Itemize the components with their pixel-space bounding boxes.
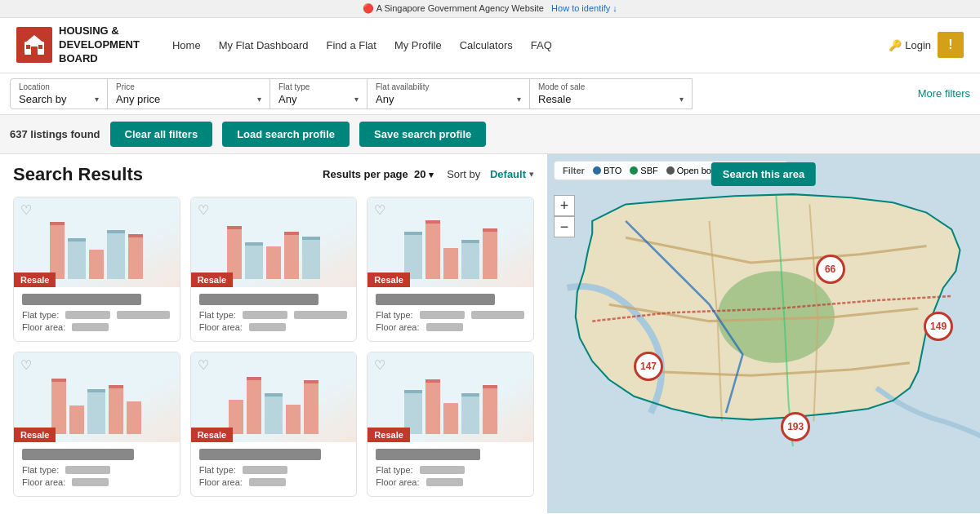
svg-rect-3 <box>26 45 30 49</box>
svg-rect-2 <box>31 47 38 55</box>
map-marker-147[interactable]: 147 <box>634 352 663 381</box>
filter-mode-value: Resale <box>538 93 571 105</box>
results-title: Search Results <box>13 164 143 185</box>
nav-dashboard[interactable]: My Flat Dashboard <box>219 39 309 51</box>
sbf-dot <box>630 166 638 175</box>
flat-illustration <box>191 361 357 434</box>
floor-area-value <box>426 478 463 486</box>
filter-availability-label: Flat availability <box>376 82 521 91</box>
flat-type-value <box>243 311 287 319</box>
flat-type-label: Flat type: <box>376 310 412 320</box>
gov-identify-link[interactable]: How to identify ↓ <box>551 3 617 13</box>
svg-marker-1 <box>24 35 44 43</box>
logo[interactable]: HOUSING & DEVELOPMENT BOARD <box>16 24 140 66</box>
filter-flat-type-label: Flat type <box>278 82 359 91</box>
card-image: ♡ Resale <box>14 352 180 442</box>
listing-card[interactable]: ♡ Resale Flat type: <box>13 352 180 497</box>
flat-type-value <box>65 466 110 474</box>
search-area-button[interactable]: Search this area <box>711 162 816 186</box>
floor-area-value <box>249 478 286 486</box>
sort-by-control[interactable]: Sort by Default ▾ <box>447 168 534 180</box>
favorite-icon[interactable]: ♡ <box>20 202 32 218</box>
cards-grid: ♡ Resale Flat type: <box>13 197 534 497</box>
resale-badge: Resale <box>368 428 409 442</box>
resale-badge: Resale <box>368 273 409 287</box>
floor-area-label: Floor area: <box>376 322 419 332</box>
main-content: Search Results Results per page 20 ▾ Sor… <box>0 154 980 513</box>
map-panel[interactable]: Filter BTO SBF Open booking Resale + − <box>547 154 980 513</box>
favorite-icon[interactable]: ♡ <box>198 357 209 373</box>
flat-illustration <box>368 361 533 434</box>
zoom-in-button[interactable]: + <box>554 195 575 216</box>
listing-card[interactable]: ♡ Resale Flat type: <box>367 197 534 342</box>
alert-button[interactable]: ! <box>938 32 964 58</box>
nav-calculators[interactable]: Calculators <box>460 39 513 51</box>
flat-illustration <box>368 206 533 279</box>
card-name-placeholder <box>376 449 480 460</box>
card-name-placeholder <box>22 294 141 305</box>
filter-flat-type[interactable]: Flat type Any ▾ <box>270 78 368 109</box>
nav-faq[interactable]: FAQ <box>531 39 552 51</box>
filter-price[interactable]: Price Any price ▾ <box>107 78 270 109</box>
gov-banner: 🔴 A Singapore Government Agency Website … <box>0 0 980 18</box>
listings-count: 637 listings found <box>10 128 100 140</box>
login-button[interactable]: 🔑 Login <box>889 39 931 51</box>
flat-type-label: Flat type: <box>22 310 59 320</box>
filter-availability[interactable]: Flat availability Any ▾ <box>367 78 530 109</box>
map-marker-66[interactable]: 66 <box>816 255 845 284</box>
nav-profile[interactable]: My Profile <box>394 39 442 51</box>
card-name-placeholder <box>199 449 322 460</box>
action-bar: 637 listings found Clear all filters Loa… <box>0 115 980 154</box>
filter-location-value: Search by <box>19 93 67 105</box>
filter-location-label: Location <box>19 82 99 91</box>
card-image: ♡ Resale <box>368 352 533 442</box>
legend-bto: BTO <box>593 166 621 175</box>
card-info: Flat type: Floor area: <box>14 442 180 496</box>
clear-filters-button[interactable]: Clear all filters <box>110 122 213 147</box>
listing-card[interactable]: ♡ Resale Flat type: <box>190 352 358 497</box>
floor-area-label: Floor area: <box>22 322 65 332</box>
flat-illustration <box>14 361 180 434</box>
favorite-icon[interactable]: ♡ <box>374 357 385 373</box>
listing-card[interactable]: ♡ Resale Flat type: <box>190 197 358 342</box>
logo-icon <box>16 27 52 63</box>
card-info: Flat type: Floor area: <box>191 442 357 496</box>
filter-mode[interactable]: Mode of sale Resale ▾ <box>529 78 693 109</box>
mode-chevron-icon: ▾ <box>679 95 684 104</box>
login-icon: 🔑 <box>889 39 902 51</box>
nav-home[interactable]: Home <box>172 39 201 51</box>
flat-illustration <box>191 206 357 279</box>
results-controls: Results per page 20 ▾ Sort by Default ▾ <box>323 168 534 180</box>
flat-type-label: Flat type: <box>199 465 236 475</box>
floor-area-label: Floor area: <box>22 477 65 487</box>
open-dot <box>666 166 675 175</box>
favorite-icon[interactable]: ♡ <box>374 202 385 218</box>
card-name-placeholder <box>22 449 134 460</box>
per-page-control[interactable]: Results per page 20 ▾ <box>323 168 434 180</box>
card-info: Flat type: Floor area: <box>191 287 357 341</box>
results-header: Search Results Results per page 20 ▾ Sor… <box>13 164 534 185</box>
zoom-out-button[interactable]: − <box>554 216 575 237</box>
filter-mode-label: Mode of sale <box>538 82 684 91</box>
filter-flat-type-value: Any <box>278 93 296 105</box>
load-profile-button[interactable]: Load search profile <box>222 122 350 147</box>
resale-badge: Resale <box>191 273 233 287</box>
more-filters-link[interactable]: More filters <box>902 87 970 100</box>
map-svg <box>547 154 980 513</box>
sbf-label: SBF <box>640 166 657 175</box>
flat-type-label: Flat type: <box>22 465 59 475</box>
floor-area-value <box>72 478 109 486</box>
listing-card[interactable]: ♡ Resale Flat type: <box>367 352 534 497</box>
nav-find-flat[interactable]: Find a Flat <box>326 39 376 51</box>
zoom-controls: + − <box>554 195 575 237</box>
availability-chevron-icon: ▾ <box>517 95 521 104</box>
gov-banner-text: A Singapore Government Agency Website <box>376 3 544 13</box>
listing-card[interactable]: ♡ Resale Flat type: <box>13 197 180 342</box>
header: HOUSING & DEVELOPMENT BOARD Home My Flat… <box>0 18 980 73</box>
favorite-icon[interactable]: ♡ <box>20 357 32 373</box>
filter-location[interactable]: Location Search by ▾ <box>10 78 108 109</box>
favorite-icon[interactable]: ♡ <box>198 202 209 218</box>
filter-price-value: Any price <box>116 93 160 105</box>
save-profile-button[interactable]: Save search profile <box>359 122 486 147</box>
flat-type-value <box>243 466 287 474</box>
